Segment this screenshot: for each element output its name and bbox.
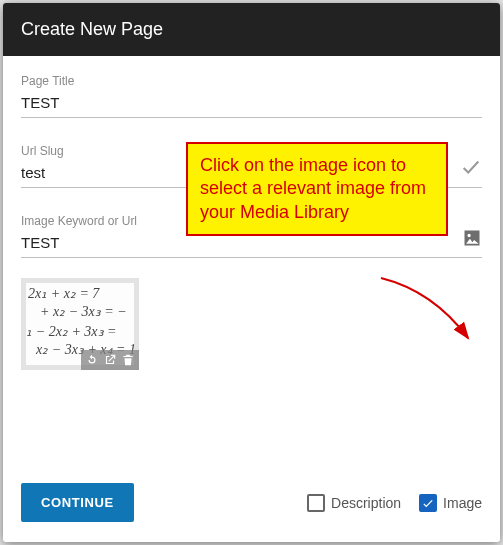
checkbox-box-icon [307, 494, 325, 512]
modal-footer: CONTINUE Description Image [3, 469, 500, 542]
page-title-input[interactable] [21, 90, 482, 118]
description-checkbox-label: Description [331, 495, 401, 511]
image-icon[interactable] [462, 228, 482, 252]
annotation-arrow [373, 276, 483, 356]
url-slug-label: Url Slug [21, 144, 482, 158]
image-keyword-label: Image Keyword or Url [21, 214, 482, 228]
image-keyword-field: Image Keyword or Url [21, 214, 482, 258]
image-keyword-input[interactable] [21, 230, 482, 258]
open-icon[interactable] [103, 353, 117, 367]
thumb-line: x₁ − 2x₂ + 3x₃ = [26, 323, 116, 340]
modal-body: Page Title Url Slug Image Keyword or Url… [3, 56, 500, 469]
footer-options: Description Image [307, 494, 482, 512]
create-page-modal: Create New Page Page Title Url Slug Imag… [3, 3, 500, 542]
checkmark-icon [460, 156, 482, 182]
thumb-line: 2x₁ + x₂ = 7 [28, 285, 99, 302]
delete-icon[interactable] [121, 353, 135, 367]
page-title-field: Page Title [21, 74, 482, 118]
url-slug-input[interactable] [21, 160, 482, 188]
page-title-label: Page Title [21, 74, 482, 88]
modal-title: Create New Page [21, 19, 163, 39]
continue-button[interactable]: CONTINUE [21, 483, 134, 522]
modal-header: Create New Page [3, 3, 500, 56]
thumbnail-actions [81, 350, 139, 370]
thumb-line: + x₂ − 3x₃ = − [40, 303, 127, 320]
description-checkbox[interactable]: Description [307, 494, 401, 512]
image-checkbox-label: Image [443, 495, 482, 511]
image-thumbnail[interactable]: 2x₁ + x₂ = 7 + x₂ − 3x₃ = − x₁ − 2x₂ + 3… [21, 278, 139, 370]
refresh-icon[interactable] [85, 353, 99, 367]
image-checkbox[interactable]: Image [419, 494, 482, 512]
url-slug-field: Url Slug [21, 144, 482, 188]
checkbox-box-icon [419, 494, 437, 512]
